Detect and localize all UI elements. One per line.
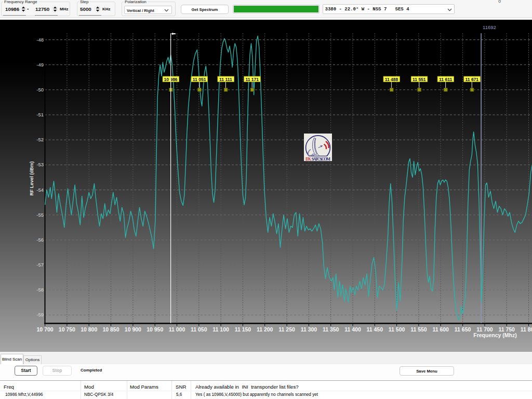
svg-text:-55: -55 <box>36 212 44 218</box>
svg-text:11 400: 11 400 <box>344 326 361 332</box>
svg-text:11 250: 11 250 <box>278 326 295 332</box>
svg-text:10 800: 10 800 <box>81 326 97 332</box>
svg-text:-58: -58 <box>36 287 44 292</box>
svg-text:SATCS.COM: SATCS.COM <box>312 156 331 162</box>
svg-text:11 488: 11 488 <box>385 77 398 82</box>
svg-text:11 200: 11 200 <box>257 326 273 332</box>
svg-text:11 171: 11 171 <box>245 77 259 82</box>
svg-text:11 671: 11 671 <box>466 77 479 82</box>
svg-text:-48: -48 <box>36 37 44 43</box>
svg-text:11 000: 11 000 <box>169 326 185 332</box>
svg-text:11 550: 11 550 <box>410 326 427 332</box>
svg-text:11 350: 11 350 <box>323 326 339 332</box>
svg-text:11 500: 11 500 <box>389 326 405 332</box>
svg-text:11 600: 11 600 <box>432 326 449 332</box>
svg-text:-59: -59 <box>36 312 44 317</box>
svg-text:10 750: 10 750 <box>59 326 75 332</box>
svg-text:-49: -49 <box>36 62 44 68</box>
svg-text:Frequency (Mhz): Frequency (Mhz) <box>473 332 516 338</box>
svg-text:11692: 11692 <box>483 24 496 30</box>
svg-text:11 111: 11 111 <box>219 77 232 82</box>
svg-text:11 100: 11 100 <box>212 326 229 332</box>
svg-text:11 611: 11 611 <box>439 77 452 82</box>
svg-text:DX: DX <box>305 156 312 162</box>
svg-text:11 450: 11 450 <box>367 326 383 332</box>
svg-text:11 051: 11 051 <box>193 77 206 82</box>
svg-text:11 150: 11 150 <box>235 326 251 332</box>
svg-text:10 700: 10 700 <box>37 326 54 332</box>
svg-text:11 650: 11 650 <box>455 326 471 332</box>
svg-text:10 850: 10 850 <box>102 326 119 332</box>
svg-text:10 900: 10 900 <box>125 326 141 332</box>
svg-text:-51: -51 <box>36 112 44 117</box>
svg-text:11 300: 11 300 <box>301 326 317 332</box>
svg-text:10 950: 10 950 <box>147 326 163 332</box>
svg-text:-53: -53 <box>36 162 44 167</box>
svg-text:-57: -57 <box>36 262 44 268</box>
svg-text:11 800: 11 800 <box>521 326 532 332</box>
svg-text:11 551: 11 551 <box>413 77 426 82</box>
svg-text:-56: -56 <box>36 237 44 243</box>
svg-text:-50: -50 <box>36 87 44 92</box>
svg-text:RF Level (dBm): RF Level (dBm) <box>29 161 34 195</box>
svg-text:-52: -52 <box>36 137 44 142</box>
svg-text:-54: -54 <box>36 187 44 193</box>
svg-text:11 050: 11 050 <box>191 326 207 332</box>
